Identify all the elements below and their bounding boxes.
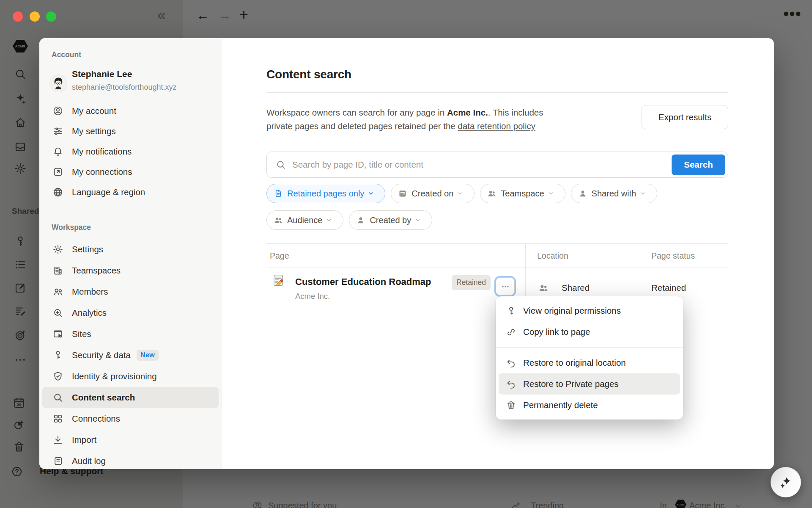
- filter-chip-label: Shared with: [592, 189, 636, 199]
- people-icon: [52, 286, 63, 297]
- filter-row-1: Retained pages onlyCreated onTeamspaceSh…: [266, 184, 657, 203]
- filter-chip-label: Created by: [370, 215, 411, 225]
- sidebar-item-import[interactable]: Import: [42, 429, 219, 450]
- sidebar-item-label: My account: [72, 106, 116, 116]
- filter-chip-retained-pages-only[interactable]: Retained pages only: [266, 184, 385, 203]
- sidebar-item-connections[interactable]: Connections: [42, 408, 219, 429]
- filter-chip-teamspace[interactable]: Teamspace: [480, 184, 565, 203]
- filter-chip-label: Created on: [411, 189, 453, 199]
- sidebar-item-label: Security & data: [72, 350, 131, 360]
- table-top-border: [266, 243, 728, 244]
- zoom-window-button[interactable]: [46, 11, 56, 22]
- sidebar-item-audit-log[interactable]: Audit log: [42, 450, 219, 469]
- menu-item-label: Restore to Private pages: [523, 379, 619, 389]
- sidebar-item-label: My connections: [72, 167, 132, 177]
- sidebar-item-label: Teamspaces: [72, 265, 121, 276]
- data-retention-policy-link[interactable]: data retention policy: [458, 121, 535, 131]
- grid-icon: [52, 413, 63, 424]
- search-plus-icon: [52, 307, 63, 318]
- user-name: Stephanie Lee: [72, 69, 132, 79]
- description-text: . This includes: [488, 108, 543, 117]
- close-window-button[interactable]: [13, 11, 23, 22]
- trash-icon: [506, 400, 516, 411]
- export-results-button[interactable]: Export results: [642, 105, 728, 129]
- sidebar-item-sites[interactable]: Sites: [42, 323, 219, 345]
- people-filled-icon: [487, 189, 497, 198]
- chevron-down-icon: [548, 190, 554, 197]
- workspace-menu-list: SettingsTeamspacesMembersAnalyticsSitesS…: [42, 239, 219, 469]
- page-title: Content search: [266, 68, 351, 81]
- globe-icon: [52, 187, 63, 198]
- row-more-button[interactable]: [496, 277, 515, 295]
- search-icon: [52, 392, 63, 403]
- retained-badge: Retained: [452, 275, 491, 290]
- bell-icon: [52, 146, 63, 157]
- doc-icon: [274, 189, 283, 198]
- chevron-down-icon: [457, 190, 464, 197]
- undo-icon: [506, 379, 516, 389]
- sidebar-item-label: Members: [72, 287, 108, 297]
- sidebar-item-label: My settings: [72, 126, 116, 136]
- menu-item-permanently-delete[interactable]: Permanently delete: [496, 395, 683, 416]
- sidebar-item-teamspaces[interactable]: Teamspaces: [42, 260, 219, 281]
- sidebar-item-label: Language & region: [72, 187, 145, 197]
- sidebar-item-my-connections[interactable]: My connections: [42, 162, 219, 182]
- description-text: Acme Inc.: [447, 108, 488, 117]
- filter-chip-label: Audience: [287, 215, 322, 225]
- minimize-window-button[interactable]: [30, 11, 40, 22]
- filter-chip-shared-with[interactable]: Shared with: [571, 184, 658, 203]
- search-input[interactable]: [291, 159, 728, 170]
- browser-icon: [52, 329, 63, 340]
- filter-chip-created-on[interactable]: Created on: [391, 184, 475, 203]
- shield-icon: [52, 371, 63, 382]
- sidebar-item-content-search[interactable]: Content search: [42, 387, 219, 408]
- shared-people-icon: [538, 283, 549, 293]
- row-page-status: Retained: [651, 283, 686, 293]
- sidebar-item-my-settings[interactable]: My settings: [42, 121, 219, 141]
- filter-chip-label: Retained pages only: [287, 189, 364, 199]
- sparkle-icon: [779, 475, 793, 489]
- user-email: stephanie@toolsforthought.xyz: [72, 83, 176, 92]
- account-menu-list: My accountMy settingsMy notificationsMy …: [42, 101, 219, 202]
- sidebar-item-members[interactable]: Members: [42, 281, 219, 302]
- menu-item-restore-to-original-location[interactable]: Restore to original location: [496, 352, 683, 373]
- link-icon: [506, 327, 516, 337]
- column-header-page-status: Page status: [651, 251, 695, 261]
- download-icon: [52, 434, 63, 445]
- ai-assistant-button[interactable]: [771, 467, 801, 497]
- sidebar-item-label: Settings: [72, 244, 103, 254]
- sidebar-item-analytics[interactable]: Analytics: [42, 302, 219, 323]
- filter-chip-created-by[interactable]: Created by: [349, 210, 432, 230]
- person-filled-icon: [356, 215, 365, 225]
- sidebar-item-identity-provisioning[interactable]: Identity & provisioning: [42, 366, 219, 387]
- chevron-down-icon: [368, 190, 374, 197]
- calendar-filled-icon: [398, 189, 407, 198]
- account-section-heading: Account: [52, 50, 81, 59]
- person-filled-icon: [578, 189, 587, 198]
- menu-item-label: Permanently delete: [523, 400, 598, 410]
- sidebar-item-language-region[interactable]: Language & region: [42, 182, 219, 202]
- more-horizontal-icon: [501, 282, 510, 291]
- description-text: private pages and deleted pages retained…: [266, 121, 458, 131]
- filter-chip-audience[interactable]: Audience: [266, 210, 343, 230]
- sidebar-item-label: Analytics: [72, 308, 107, 318]
- search-button[interactable]: Search: [672, 155, 725, 175]
- undo-icon: [506, 358, 516, 368]
- settings-sidebar: Account Stephanie Lee stephanie@toolsfor…: [39, 38, 222, 469]
- key-icon: [506, 306, 516, 316]
- description-text: Workspace owners can search for any page…: [266, 108, 447, 117]
- sidebar-item-settings[interactable]: Settings: [42, 239, 219, 260]
- menu-item-view-original-permissions[interactable]: View original permissions: [496, 300, 683, 321]
- column-header-page: Page: [270, 251, 289, 261]
- row-page-title: Customer Education Roadmap: [295, 276, 431, 287]
- arrow-out-icon: [52, 166, 63, 177]
- sidebar-item-security-data[interactable]: Security & dataNew: [42, 345, 219, 366]
- sidebar-item-label: Import: [72, 435, 96, 445]
- search-bar: Search: [266, 152, 728, 178]
- menu-item-copy-link-to-page[interactable]: Copy link to page: [496, 321, 683, 342]
- sidebar-item-my-notifications[interactable]: My notifications: [42, 141, 219, 162]
- sidebar-item-my-account[interactable]: My account: [42, 101, 219, 121]
- menu-item-restore-to-private-pages[interactable]: Restore to Private pages: [499, 373, 680, 395]
- people-filled-icon: [274, 215, 283, 225]
- table-column-divider: [525, 243, 526, 301]
